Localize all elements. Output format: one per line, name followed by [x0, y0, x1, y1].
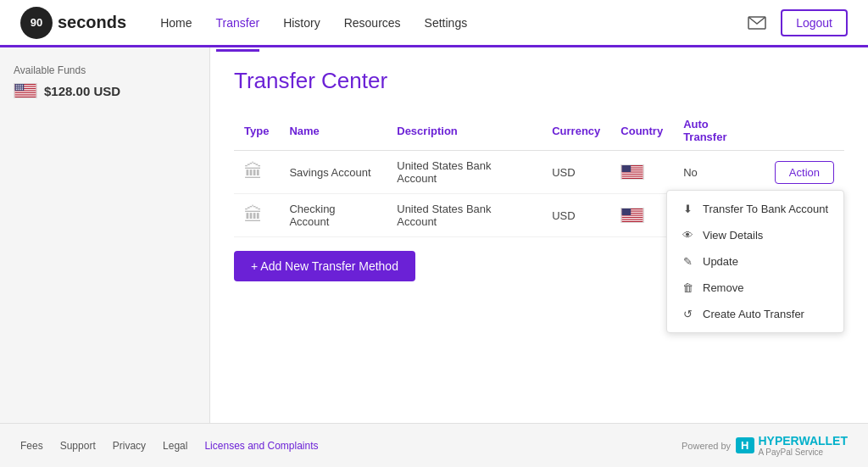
svg-point-25: [17, 89, 18, 90]
row1-flag-icon: [620, 164, 644, 180]
dropdown-item-remove[interactable]: 🗑 Remove: [667, 275, 843, 301]
svg-rect-6: [15, 93, 36, 94]
logo-circle: 90: [20, 7, 53, 39]
row1-auto-transfer: No: [673, 151, 765, 194]
row2-type: 🏛: [234, 194, 279, 237]
col-currency: Currency: [542, 111, 610, 151]
svg-point-13: [22, 85, 23, 86]
funds-amount: $128.00 USD: [14, 83, 196, 98]
svg-rect-35: [622, 177, 643, 178]
content-area: Transfer Center Type Name Description Cu…: [210, 47, 868, 423]
col-country: Country: [610, 111, 673, 151]
row1-name: Savings Account: [279, 151, 387, 194]
nav-history[interactable]: History: [283, 11, 320, 35]
page-title: Transfer Center: [234, 68, 844, 94]
nav-home[interactable]: Home: [160, 11, 192, 35]
svg-point-15: [17, 86, 18, 86]
action-dropdown-menu: ⬇ Transfer To Bank Account 👁 View Detail…: [666, 190, 844, 333]
svg-point-23: [22, 87, 23, 88]
bank-icon: 🏛: [244, 161, 263, 182]
add-transfer-button[interactable]: + Add New Transfer Method: [234, 251, 415, 281]
download-icon: ⬇: [681, 203, 694, 215]
svg-point-10: [17, 85, 18, 86]
svg-point-26: [19, 89, 19, 90]
svg-rect-36: [622, 165, 632, 172]
edit-icon: ✎: [681, 255, 694, 268]
col-auto-transfer: Auto Transfer: [673, 111, 765, 151]
col-action: [765, 111, 844, 151]
svg-rect-5: [15, 92, 36, 92]
logo-text: seconds: [58, 13, 126, 32]
eye-icon: 👁: [681, 229, 694, 242]
svg-rect-34: [622, 175, 643, 175]
dropdown-label-view: View Details: [703, 229, 763, 242]
row1-currency: USD: [542, 151, 610, 194]
dropdown-item-update[interactable]: ✎ Update: [667, 248, 843, 275]
row2-description: United States Bank Account: [387, 194, 542, 237]
hw-icon: H: [736, 437, 754, 453]
svg-rect-33: [622, 173, 643, 174]
main-nav: Home Transfer History Resources Settings: [160, 11, 743, 35]
funds-value: $128.00 USD: [44, 84, 120, 98]
logout-button[interactable]: Logout: [781, 9, 848, 36]
svg-rect-7: [15, 96, 36, 97]
paypal-service-text: A PayPal Service: [758, 448, 848, 457]
svg-point-21: [19, 87, 19, 88]
hyperwallet-logo: H HYPERWALLET A PayPal Service: [736, 434, 848, 457]
sidebar: Available Funds: [0, 47, 210, 423]
svg-point-16: [19, 86, 19, 86]
svg-rect-41: [622, 216, 643, 217]
footer-links: Fees Support Privacy Legal Licenses and …: [20, 440, 319, 452]
available-funds-label: Available Funds: [14, 64, 196, 76]
col-type: Type: [234, 111, 279, 151]
dropdown-item-transfer[interactable]: ⬇ Transfer To Bank Account: [667, 196, 843, 222]
svg-point-27: [20, 89, 21, 90]
header: 90 seconds Home Transfer History Resourc…: [0, 0, 868, 47]
svg-point-28: [22, 89, 23, 90]
footer-link-support[interactable]: Support: [60, 440, 96, 452]
bank-icon-2: 🏛: [244, 204, 263, 225]
svg-rect-43: [622, 220, 643, 221]
table-row: 🏛 Savings Account United States Bank Acc…: [234, 151, 844, 194]
header-actions: Logout: [743, 9, 848, 36]
svg-rect-42: [622, 218, 643, 219]
svg-point-22: [20, 87, 21, 88]
dropdown-label-transfer: Transfer To Bank Account: [703, 203, 828, 215]
row1-type: 🏛: [234, 151, 279, 194]
svg-point-18: [22, 86, 23, 86]
row2-country: [610, 194, 673, 237]
row1-action-cell: Action: [765, 151, 844, 194]
dropdown-label-update: Update: [703, 255, 738, 268]
logo-number: 90: [31, 16, 42, 29]
footer-link-licenses[interactable]: Licenses and Complaints: [204, 440, 318, 452]
col-name: Name: [279, 111, 387, 151]
mail-icon[interactable]: [743, 9, 771, 36]
svg-point-19: [16, 87, 17, 88]
nav-transfer[interactable]: Transfer: [216, 11, 260, 35]
svg-point-12: [20, 85, 21, 86]
action-button[interactable]: Action: [775, 161, 834, 184]
trash-icon: 🗑: [681, 281, 694, 294]
svg-point-24: [16, 89, 17, 90]
row2-currency: USD: [542, 194, 610, 237]
main-area: Available Funds: [0, 47, 868, 423]
footer: Fees Support Privacy Legal Licenses and …: [0, 423, 868, 467]
nav-resources[interactable]: Resources: [344, 11, 401, 35]
footer-link-privacy[interactable]: Privacy: [113, 440, 146, 452]
row2-flag-icon: [620, 208, 644, 223]
powered-by-text: Powered by: [682, 441, 731, 451]
row2-name: Checking Account: [279, 194, 387, 237]
footer-link-legal[interactable]: Legal: [163, 440, 187, 452]
hw-name: HYPERWALLET: [758, 434, 848, 448]
logo: 90 seconds: [20, 7, 126, 39]
usd-flag-icon: [14, 83, 37, 98]
nav-settings[interactable]: Settings: [425, 11, 468, 35]
dropdown-item-create-auto[interactable]: ↺ Create Auto Transfer: [667, 301, 843, 327]
svg-point-14: [16, 86, 17, 86]
dropdown-item-view[interactable]: 👁 View Details: [667, 222, 843, 248]
dropdown-label-create-auto: Create Auto Transfer: [703, 308, 804, 320]
row1-description: United States Bank Account: [387, 151, 542, 194]
col-description: Description: [387, 111, 542, 151]
svg-rect-44: [622, 208, 632, 215]
footer-link-fees[interactable]: Fees: [20, 440, 43, 452]
